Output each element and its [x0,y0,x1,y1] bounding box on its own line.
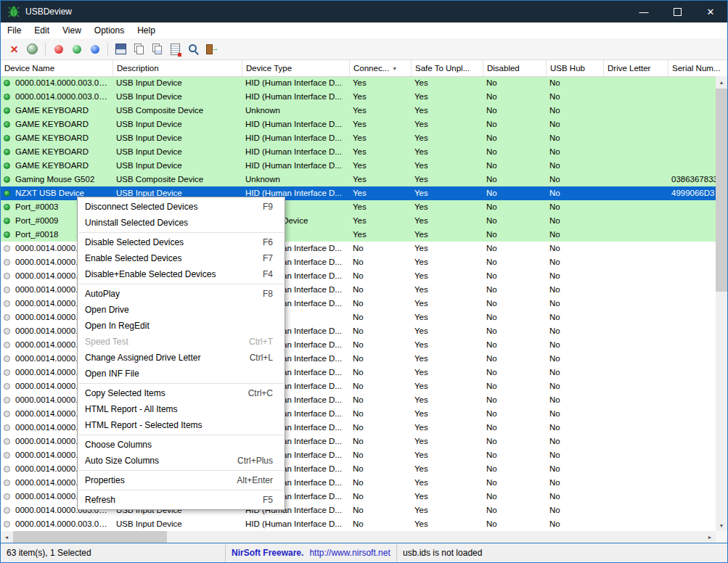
cell: USB Composite Device [113,104,242,118]
vertical-scroll-thumb[interactable] [716,89,727,292]
context-menu-item-disable-enable-selected-devices[interactable]: Disable+Enable Selected DevicesF4 [78,266,285,282]
cell: No [483,255,547,269]
context-menu-item-copy-selected-items[interactable]: Copy Selected ItemsCtrl+C [78,385,285,401]
column-header-device-name[interactable]: Device Name [1,60,113,76]
column-header-connec[interactable]: Connec...▼ [350,60,412,76]
column-header-usb-hub[interactable]: USB Hub [547,60,604,76]
copy-button[interactable] [130,41,148,58]
device-name-cell: 0000.0014.0000.003.00... [1,76,113,90]
context-menu-item-disconnect-selected-devices[interactable]: Disconnect Selected DevicesF9 [78,199,285,215]
minimize-button[interactable]: — [627,1,660,22]
cell: HID (Human Interface D... [242,131,350,145]
disconnect-icon [27,44,38,54]
context-menu-item-refresh[interactable]: RefreshF5 [78,492,285,508]
scroll-left-icon[interactable]: ◄ [1,531,12,543]
context-menu-item-html-report-selected-items[interactable]: HTML Report - Selected Items [78,417,285,433]
uninstall-button[interactable] [5,41,23,58]
disable-enable-icon [91,45,99,54]
scroll-up-icon[interactable]: ▲ [716,76,727,88]
cell: Yes [412,338,483,352]
table-row[interactable]: 0000.0014.0000.003.00...USB Input Device… [1,90,727,104]
cell: No [350,269,412,283]
table-row[interactable]: GAME KEYBOARDUSB Input DeviceHID (Human … [1,159,727,173]
enable-button[interactable] [68,41,86,58]
cell: No [547,104,604,118]
table-row[interactable]: GAME KEYBOARDUSB Input DeviceHID (Human … [1,145,727,159]
context-menu-item-html-report-all-items[interactable]: HTML Report - All Items [78,401,285,417]
scroll-down-icon[interactable]: ▼ [716,519,727,531]
context-menu-item-change-assigned-drive-letter[interactable]: Change Assigned Drive LetterCtrl+L [78,350,285,366]
column-header-disabled[interactable]: Disabled [483,60,547,76]
column-header-description[interactable]: Description [113,60,242,76]
menu-item-label: HTML Report - All Items [85,404,273,414]
cell: Yes [412,366,483,379]
cell: No [547,517,604,531]
cell: Yes [412,490,483,504]
disable-button[interactable] [49,41,68,58]
cell: No [483,421,547,435]
cell [604,366,668,379]
vertical-scrollbar[interactable]: ▲ ▼ [716,76,727,531]
table-row[interactable]: 0000.0014.0000.003.00...USB Input Device… [1,517,727,531]
html-report-button[interactable] [148,41,166,58]
menu-view[interactable]: View [56,22,88,38]
device-name-cell: GAME KEYBOARD [1,118,113,131]
menu-item-shortcut: F7 [263,253,273,263]
table-row[interactable]: 0000.0014.0000.003.00...USB Input Device… [1,76,727,90]
menu-separator [78,490,284,490]
context-menu-item-auto-size-columns[interactable]: Auto Size ColumnsCtrl+Plus [78,453,285,469]
device-disconnected-icon [4,480,10,486]
context-menu-item-open-in-regedit[interactable]: Open In RegEdit [78,318,285,334]
column-header-safe-to-unpl[interactable]: Safe To Unpl... [412,60,483,76]
cell: No [547,76,604,90]
context-menu-item-properties[interactable]: PropertiesAlt+Enter [78,472,285,488]
horizontal-scrollbar[interactable]: ◄ ► [1,531,716,543]
context-menu-item-choose-columns[interactable]: Choose Columns [78,437,285,453]
table-row[interactable]: GAME KEYBOARDUSB Composite DeviceUnknown… [1,104,727,118]
save-button[interactable] [112,41,130,58]
horizontal-scroll-thumb[interactable] [13,531,167,543]
disable-enable-button[interactable] [86,41,104,58]
context-menu-item-open-drive[interactable]: Open Drive [78,302,285,318]
maximize-icon [674,8,682,16]
cell: No [350,379,412,393]
maximize-button[interactable] [660,1,694,22]
disconnect-button[interactable] [23,41,41,58]
context-menu-item-autoplay[interactable]: AutoPlayF8 [78,286,285,302]
context-menu-item-uninstall-selected-devices[interactable]: Uninstall Selected Devices [78,215,285,231]
column-label: USB Hub [550,64,585,73]
table-row[interactable]: GAME KEYBOARDUSB Input DeviceHID (Human … [1,131,727,145]
cell: No [350,366,412,379]
menu-file[interactable]: File [1,22,28,38]
app-icon [8,6,20,17]
properties-button[interactable] [166,41,184,58]
cell: No [483,517,547,531]
menu-options[interactable]: Options [88,22,131,38]
context-menu-item-disable-selected-devices[interactable]: Disable Selected DevicesF6 [78,234,285,250]
device-name-text: GAME KEYBOARD [15,145,89,159]
context-menu-item-enable-selected-devices[interactable]: Enable Selected DevicesF7 [78,250,285,266]
column-header-device-type[interactable]: Device Type [242,60,350,76]
scroll-right-icon[interactable]: ► [704,531,716,543]
cell: Yes [412,242,483,255]
menu-edit[interactable]: Edit [28,22,56,38]
table-header: Device NameDescriptionDevice TypeConnec.… [1,60,727,77]
context-menu: Disconnect Selected DevicesF9Uninstall S… [77,197,285,510]
table-row[interactable]: GAME KEYBOARDUSB Input DeviceHID (Human … [1,118,727,131]
cell: Yes [412,255,483,269]
cell: Yes [350,214,412,228]
device-name-text: 0000.0014.0000.003.00... [15,90,110,104]
cell: No [547,283,604,297]
cell: No [483,393,547,407]
exit-button[interactable] [203,41,221,58]
column-header-serial-num[interactable]: Serial Num... [668,60,728,76]
column-header-drive-letter[interactable]: Drive Letter [604,60,668,76]
close-button[interactable]: ✕ [694,1,727,22]
menu-item-label: HTML Report - Selected Items [85,420,273,430]
cell: USB Input Device [113,131,242,145]
context-menu-item-open-inf-file[interactable]: Open INF File [78,366,285,382]
table-row[interactable]: Gaming Mouse G502USB Composite DeviceUnk… [1,173,727,186]
menu-help[interactable]: Help [131,22,162,38]
find-button[interactable] [184,41,203,58]
cell: No [547,214,604,228]
